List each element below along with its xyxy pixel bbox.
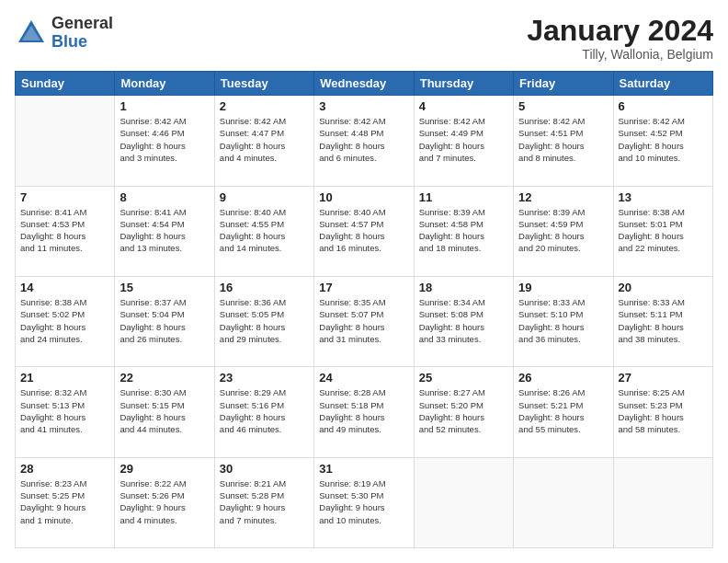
calendar-cell: [514, 457, 613, 547]
day-number: 18: [419, 281, 508, 294]
week-row-5: 28Sunrise: 8:23 AMSunset: 5:25 PMDayligh…: [16, 457, 713, 547]
day-number: 27: [619, 371, 708, 385]
day-number: 19: [518, 281, 608, 294]
day-number: 24: [319, 371, 408, 385]
calendar-cell: 7Sunrise: 8:41 AMSunset: 4:53 PMDaylight…: [16, 186, 115, 276]
day-info: Sunrise: 8:27 AMSunset: 5:20 PMDaylight:…: [419, 386, 508, 435]
calendar-cell: 27Sunrise: 8:25 AMSunset: 5:23 PMDayligh…: [613, 367, 712, 457]
logo-text: General Blue: [51, 15, 113, 52]
day-info: Sunrise: 8:23 AMSunset: 5:25 PMDaylight:…: [20, 477, 109, 526]
calendar-cell: 26Sunrise: 8:26 AMSunset: 5:21 PMDayligh…: [514, 367, 613, 457]
day-number: 9: [220, 190, 309, 204]
day-info: Sunrise: 8:39 AMSunset: 4:58 PMDaylight:…: [419, 206, 508, 255]
day-number: 4: [419, 99, 508, 113]
calendar-cell: 23Sunrise: 8:29 AMSunset: 5:16 PMDayligh…: [214, 367, 313, 457]
week-row-3: 14Sunrise: 8:38 AMSunset: 5:02 PMDayligh…: [16, 276, 713, 366]
calendar-cell: [613, 457, 712, 547]
day-number: 6: [619, 99, 708, 113]
day-info: Sunrise: 8:35 AMSunset: 5:07 PMDaylight:…: [319, 296, 408, 345]
day-info: Sunrise: 8:30 AMSunset: 5:15 PMDaylight:…: [119, 386, 209, 435]
calendar-cell: 9Sunrise: 8:40 AMSunset: 4:55 PMDaylight…: [214, 186, 313, 276]
page: General Blue January 2024 Tilly, Walloni…: [0, 0, 728, 563]
calendar-cell: 28Sunrise: 8:23 AMSunset: 5:25 PMDayligh…: [16, 457, 115, 547]
week-row-1: 1Sunrise: 8:42 AMSunset: 4:46 PMDaylight…: [16, 96, 713, 186]
day-info: Sunrise: 8:42 AMSunset: 4:47 PMDaylight:…: [220, 115, 309, 164]
col-header-thursday: Thursday: [414, 72, 513, 96]
calendar-cell: 5Sunrise: 8:42 AMSunset: 4:51 PMDaylight…: [514, 96, 613, 186]
day-info: Sunrise: 8:39 AMSunset: 4:59 PMDaylight:…: [518, 206, 608, 255]
calendar-cell: 13Sunrise: 8:38 AMSunset: 5:01 PMDayligh…: [613, 186, 712, 276]
calendar: SundayMondayTuesdayWednesdayThursdayFrid…: [15, 71, 713, 548]
col-header-friday: Friday: [514, 72, 613, 96]
day-number: 14: [20, 281, 109, 294]
day-number: 1: [119, 99, 209, 113]
day-number: 7: [20, 190, 109, 204]
logo-general: General: [51, 15, 113, 33]
week-row-4: 21Sunrise: 8:32 AMSunset: 5:13 PMDayligh…: [16, 367, 713, 457]
day-info: Sunrise: 8:38 AMSunset: 5:01 PMDaylight:…: [619, 206, 708, 255]
title-block: January 2024 Tilly, Wallonia, Belgium: [527, 15, 713, 62]
day-info: Sunrise: 8:25 AMSunset: 5:23 PMDaylight:…: [619, 386, 708, 435]
calendar-cell: 14Sunrise: 8:38 AMSunset: 5:02 PMDayligh…: [16, 276, 115, 366]
day-info: Sunrise: 8:42 AMSunset: 4:46 PMDaylight:…: [119, 115, 209, 164]
day-number: 28: [20, 462, 109, 476]
day-info: Sunrise: 8:22 AMSunset: 5:26 PMDaylight:…: [119, 477, 209, 526]
day-info: Sunrise: 8:42 AMSunset: 4:48 PMDaylight:…: [319, 115, 408, 164]
day-number: 23: [220, 371, 309, 385]
location-subtitle: Tilly, Wallonia, Belgium: [527, 47, 713, 62]
calendar-cell: 19Sunrise: 8:33 AMSunset: 5:10 PMDayligh…: [514, 276, 613, 366]
col-header-monday: Monday: [115, 72, 214, 96]
calendar-cell: 1Sunrise: 8:42 AMSunset: 4:46 PMDaylight…: [115, 96, 214, 186]
day-number: 25: [419, 371, 508, 385]
day-info: Sunrise: 8:34 AMSunset: 5:08 PMDaylight:…: [419, 296, 508, 345]
calendar-cell: 17Sunrise: 8:35 AMSunset: 5:07 PMDayligh…: [314, 276, 414, 366]
day-info: Sunrise: 8:41 AMSunset: 4:54 PMDaylight:…: [119, 206, 209, 255]
calendar-cell: 15Sunrise: 8:37 AMSunset: 5:04 PMDayligh…: [115, 276, 214, 366]
calendar-cell: 31Sunrise: 8:19 AMSunset: 5:30 PMDayligh…: [314, 457, 414, 547]
calendar-cell: 16Sunrise: 8:36 AMSunset: 5:05 PMDayligh…: [214, 276, 313, 366]
calendar-cell: 20Sunrise: 8:33 AMSunset: 5:11 PMDayligh…: [613, 276, 712, 366]
day-info: Sunrise: 8:33 AMSunset: 5:11 PMDaylight:…: [619, 296, 708, 345]
day-number: 29: [119, 462, 209, 476]
day-info: Sunrise: 8:33 AMSunset: 5:10 PMDaylight:…: [518, 296, 608, 345]
day-number: 11: [419, 190, 508, 204]
day-number: 12: [518, 190, 608, 204]
day-info: Sunrise: 8:41 AMSunset: 4:53 PMDaylight:…: [20, 206, 109, 255]
day-number: 17: [319, 281, 408, 294]
day-info: Sunrise: 8:40 AMSunset: 4:57 PMDaylight:…: [319, 206, 408, 255]
calendar-cell: [414, 457, 513, 547]
day-number: 16: [220, 281, 309, 294]
calendar-cell: 11Sunrise: 8:39 AMSunset: 4:58 PMDayligh…: [414, 186, 513, 276]
day-info: Sunrise: 8:42 AMSunset: 4:49 PMDaylight:…: [419, 115, 508, 164]
calendar-cell: 8Sunrise: 8:41 AMSunset: 4:54 PMDaylight…: [115, 186, 214, 276]
col-header-tuesday: Tuesday: [214, 72, 313, 96]
calendar-cell: 3Sunrise: 8:42 AMSunset: 4:48 PMDaylight…: [314, 96, 414, 186]
calendar-cell: 22Sunrise: 8:30 AMSunset: 5:15 PMDayligh…: [115, 367, 214, 457]
week-row-2: 7Sunrise: 8:41 AMSunset: 4:53 PMDaylight…: [16, 186, 713, 276]
calendar-cell: [16, 96, 115, 186]
logo-blue: Blue: [51, 33, 113, 52]
day-info: Sunrise: 8:19 AMSunset: 5:30 PMDaylight:…: [319, 477, 408, 526]
calendar-cell: 21Sunrise: 8:32 AMSunset: 5:13 PMDayligh…: [16, 367, 115, 457]
day-number: 8: [119, 190, 209, 204]
col-header-saturday: Saturday: [613, 72, 712, 96]
calendar-cell: 12Sunrise: 8:39 AMSunset: 4:59 PMDayligh…: [514, 186, 613, 276]
day-number: 5: [518, 99, 608, 113]
day-info: Sunrise: 8:42 AMSunset: 4:51 PMDaylight:…: [518, 115, 608, 164]
day-number: 30: [220, 462, 309, 476]
calendar-cell: 30Sunrise: 8:21 AMSunset: 5:28 PMDayligh…: [214, 457, 313, 547]
day-info: Sunrise: 8:32 AMSunset: 5:13 PMDaylight:…: [20, 386, 109, 435]
logo-icon: [15, 17, 48, 50]
calendar-cell: 4Sunrise: 8:42 AMSunset: 4:49 PMDaylight…: [414, 96, 513, 186]
day-number: 31: [319, 462, 408, 476]
day-number: 22: [119, 371, 209, 385]
day-info: Sunrise: 8:26 AMSunset: 5:21 PMDaylight:…: [518, 386, 608, 435]
day-info: Sunrise: 8:42 AMSunset: 4:52 PMDaylight:…: [619, 115, 708, 164]
day-number: 10: [319, 190, 408, 204]
col-header-wednesday: Wednesday: [314, 72, 414, 96]
calendar-cell: 2Sunrise: 8:42 AMSunset: 4:47 PMDaylight…: [214, 96, 313, 186]
col-header-sunday: Sunday: [16, 72, 115, 96]
day-number: 15: [119, 281, 209, 294]
day-info: Sunrise: 8:28 AMSunset: 5:18 PMDaylight:…: [319, 386, 408, 435]
logo: General Blue: [15, 15, 113, 52]
